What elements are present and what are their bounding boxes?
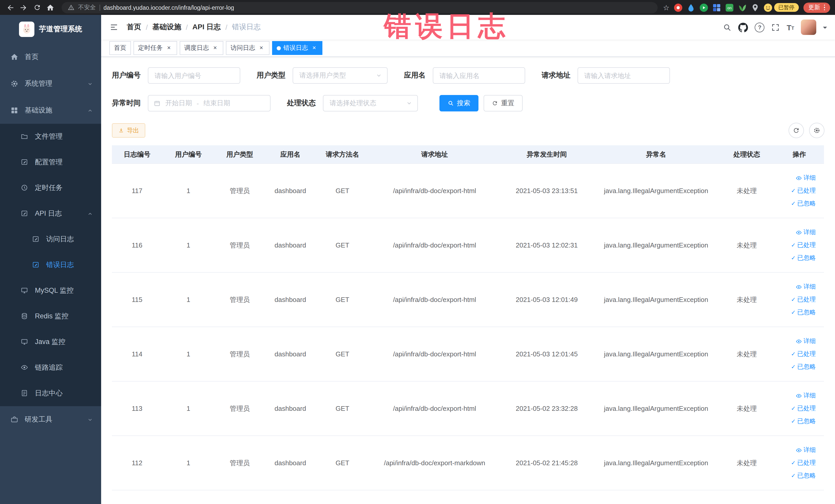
close-icon[interactable]: × bbox=[165, 44, 172, 52]
sidebar-item-error-log[interactable]: 错误日志 bbox=[0, 252, 101, 278]
mark-processed-link[interactable]: ✓ 已处理 bbox=[791, 350, 816, 358]
search-icon[interactable] bbox=[723, 23, 732, 32]
edit-square-icon bbox=[21, 209, 29, 218]
extension-play-icon[interactable] bbox=[700, 3, 708, 12]
cell-process-status: 未处理 bbox=[719, 436, 775, 490]
search-button[interactable]: 搜索 bbox=[440, 95, 478, 112]
browser-menu-icon[interactable] bbox=[824, 5, 825, 11]
tab-schedule-log[interactable]: 调度日志 × bbox=[180, 41, 223, 55]
caret-down-icon[interactable] bbox=[823, 26, 827, 31]
browser-back-icon[interactable] bbox=[4, 1, 16, 14]
fullscreen-icon[interactable] bbox=[771, 23, 780, 32]
mark-ignored-link[interactable]: ✓ 已忽略 bbox=[791, 254, 816, 262]
mark-processed-link[interactable]: ✓ 已处理 bbox=[791, 404, 816, 413]
column-settings-button[interactable] bbox=[809, 123, 824, 138]
chevron-down-icon bbox=[376, 73, 382, 79]
font-size-icon[interactable]: TT bbox=[787, 23, 794, 31]
extension-paused-chip[interactable]: 已暂停 bbox=[764, 3, 798, 12]
sidebar-item-log-center[interactable]: 日志中心 bbox=[0, 381, 101, 406]
sidebar-item-access-log[interactable]: 访问日志 bbox=[0, 226, 101, 252]
refresh-table-button[interactable] bbox=[789, 123, 804, 138]
paused-badge: 已暂停 bbox=[774, 3, 798, 12]
browser-home-icon[interactable] bbox=[44, 1, 57, 14]
cell-user-id: 1 bbox=[162, 273, 215, 327]
mark-ignored-link[interactable]: ✓ 已忽略 bbox=[791, 363, 816, 371]
hamburger-icon[interactable] bbox=[109, 23, 119, 32]
mark-ignored-link[interactable]: ✓ 已忽略 bbox=[791, 471, 816, 480]
sidebar-item-redis-monitor[interactable]: Redis 监控 bbox=[0, 303, 101, 329]
detail-link[interactable]: 详细 bbox=[796, 446, 816, 455]
avatar[interactable] bbox=[801, 20, 816, 35]
sidebar-item-link-tracing[interactable]: 链路追踪 bbox=[0, 355, 101, 381]
user-type-select[interactable]: 请选择用户类型 bbox=[292, 67, 388, 84]
menu-label: Redis 监控 bbox=[35, 312, 68, 321]
close-icon[interactable]: × bbox=[211, 44, 219, 52]
tab-home[interactable]: 首页 bbox=[109, 41, 131, 55]
breadcrumb-infrastructure[interactable]: 基础设施 bbox=[152, 23, 181, 32]
extension-pin-icon[interactable] bbox=[751, 3, 759, 12]
cell-request-url: /api/infra/db-doc/export-html bbox=[369, 327, 500, 381]
breadcrumb-home[interactable]: 首页 bbox=[127, 23, 141, 32]
tab-error-log[interactable]: 错误日志 × bbox=[272, 41, 322, 55]
menu-label: 定时任务 bbox=[35, 183, 63, 193]
sidebar-item-system-management[interactable]: 系统管理 bbox=[0, 70, 101, 97]
cell-method: GET bbox=[316, 218, 369, 273]
browser-reload-icon[interactable] bbox=[31, 1, 43, 14]
mark-processed-link[interactable]: ✓ 已处理 bbox=[791, 295, 816, 304]
mark-ignored-link[interactable]: ✓ 已忽略 bbox=[791, 199, 816, 208]
sidebar-item-file-management[interactable]: 文件管理 bbox=[0, 124, 101, 149]
mark-processed-link[interactable]: ✓ 已处理 bbox=[791, 241, 816, 249]
detail-link[interactable]: 详细 bbox=[796, 391, 816, 400]
cell-method: GET bbox=[316, 273, 369, 327]
user-id-input[interactable] bbox=[148, 67, 240, 84]
sidebar-item-config-management[interactable]: 配置管理 bbox=[0, 149, 101, 175]
mark-processed-link[interactable]: ✓ 已处理 bbox=[791, 459, 816, 467]
close-icon[interactable]: × bbox=[311, 44, 318, 52]
date-range-picker[interactable]: 开始日期 - 结束日期 bbox=[148, 95, 270, 112]
cell-log-id: 112 bbox=[112, 436, 162, 490]
tab-access-log[interactable]: 访问日志 × bbox=[226, 41, 269, 55]
app-logo[interactable]: 芋道管理系统 bbox=[0, 15, 101, 44]
browser-update-button[interactable]: 更新 bbox=[803, 2, 830, 13]
mark-ignored-link[interactable]: ✓ 已忽略 bbox=[791, 308, 816, 317]
detail-link[interactable]: 详细 bbox=[796, 282, 816, 291]
extension-sprout-icon[interactable] bbox=[738, 3, 747, 12]
export-button[interactable]: 导出 bbox=[112, 123, 145, 138]
sidebar-item-mysql-monitor[interactable]: MySQL 监控 bbox=[0, 278, 101, 303]
edit-square-icon bbox=[32, 235, 40, 243]
detail-link[interactable]: 详细 bbox=[796, 337, 816, 346]
reset-button[interactable]: 重置 bbox=[484, 95, 523, 112]
cell-user-type: 管理员 bbox=[215, 164, 265, 218]
mark-ignored-link[interactable]: ✓ 已忽略 bbox=[791, 417, 816, 426]
sidebar-item-infrastructure[interactable]: 基础设施 bbox=[0, 97, 101, 124]
close-icon[interactable]: × bbox=[258, 44, 265, 52]
sidebar-item-api-log[interactable]: API 日志 bbox=[0, 201, 101, 226]
address-bar[interactable]: 不安全 dashboard.yudao.iocoder.cn/infra/log… bbox=[62, 2, 658, 13]
sidebar-item-home[interactable]: 首页 bbox=[0, 44, 101, 70]
browser-forward-icon[interactable] bbox=[18, 1, 30, 14]
sidebar-item-scheduled-jobs[interactable]: 定时任务 bbox=[0, 175, 101, 201]
bookmark-star-icon[interactable]: ☆ bbox=[663, 4, 669, 11]
cell-app-name: dashboard bbox=[265, 218, 316, 273]
sidebar-item-dev-tools[interactable]: 研发工具 bbox=[0, 406, 101, 433]
process-status-select[interactable]: 请选择处理状态 bbox=[323, 95, 418, 112]
extension-drop-icon[interactable] bbox=[687, 3, 695, 12]
breadcrumb-api-log[interactable]: API 日志 bbox=[192, 23, 221, 32]
app-name-input[interactable] bbox=[433, 67, 525, 84]
help-icon[interactable]: ? bbox=[755, 22, 765, 32]
mark-processed-link[interactable]: ✓ 已处理 bbox=[791, 186, 816, 195]
cell-log-id: 116 bbox=[112, 218, 162, 273]
extension-on-badge-icon[interactable]: on bbox=[726, 3, 734, 12]
chevron-up-icon bbox=[87, 211, 93, 217]
sidebar-item-java-monitor[interactable]: Java 监控 bbox=[0, 329, 101, 355]
tab-scheduled-jobs[interactable]: 定时任务 × bbox=[134, 41, 177, 55]
cell-exception-time: 2021-05-03 12:02:31 bbox=[500, 218, 593, 273]
detail-link[interactable]: 详细 bbox=[796, 174, 816, 182]
logo-rabbit-icon bbox=[19, 22, 34, 37]
detail-link[interactable]: 详细 bbox=[796, 228, 816, 237]
start-date-placeholder: 开始日期 bbox=[165, 99, 192, 108]
extension-red-icon[interactable] bbox=[674, 3, 682, 12]
request-url-input[interactable] bbox=[577, 67, 670, 84]
github-icon[interactable] bbox=[738, 22, 748, 32]
extension-grid-icon[interactable] bbox=[713, 3, 721, 12]
